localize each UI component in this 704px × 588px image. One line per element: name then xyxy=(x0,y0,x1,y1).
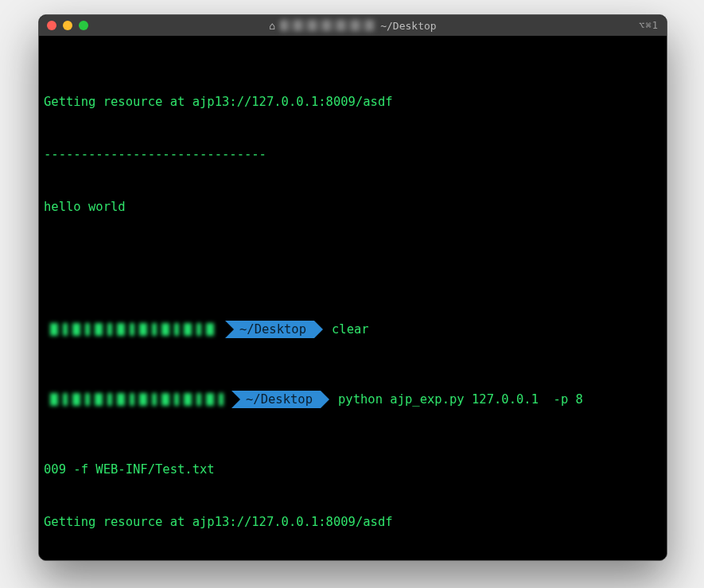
output-line: Getting resource at ajp13://127.0.0.1:80… xyxy=(44,93,393,111)
command-text: python ajp_exp.py 127.0.0.1 -p 8 xyxy=(321,391,583,408)
prompt-host-segment xyxy=(44,321,225,338)
window-controls xyxy=(47,21,88,30)
pane-indicator: ⌥⌘1 xyxy=(639,20,659,31)
prompt-host-segment xyxy=(44,391,231,408)
prompt-row: ~/Desktop python ajp_exp.py 127.0.0.1 -p… xyxy=(44,391,662,408)
command-wrap: 009 -f WEB-INF/Test.txt xyxy=(44,461,215,478)
output-line: Getting resource at ajp13://127.0.0.1:80… xyxy=(44,513,393,531)
prompt-host-blur xyxy=(50,323,217,336)
home-icon: ⌂ xyxy=(269,20,275,32)
prompt-path: ~/Desktop xyxy=(246,391,313,408)
close-icon[interactable] xyxy=(47,21,56,30)
prompt-row: ~/Desktop clear xyxy=(44,321,662,338)
output-divider: ------------------------------ xyxy=(44,146,266,163)
prompt-path-segment: ~/Desktop xyxy=(225,321,314,338)
titlebar[interactable]: ⌂ ~/Desktop ⌥⌘1 xyxy=(39,15,667,36)
prompt-path-segment: ~/Desktop xyxy=(231,391,321,408)
zoom-icon[interactable] xyxy=(79,21,88,30)
prompt-host-blur xyxy=(50,393,224,406)
window-title: ⌂ ~/Desktop xyxy=(39,20,667,32)
terminal-viewport[interactable]: Getting resource at ajp13://127.0.0.1:80… xyxy=(39,36,667,560)
terminal-window: ⌂ ~/Desktop ⌥⌘1 Getting resource at ajp1… xyxy=(38,14,667,561)
title-username-blur xyxy=(280,20,375,31)
output-line: hello world xyxy=(44,198,126,216)
prompt-path: ~/Desktop xyxy=(239,321,306,338)
minimize-icon[interactable] xyxy=(63,21,72,30)
title-path: ~/Desktop xyxy=(380,20,436,32)
